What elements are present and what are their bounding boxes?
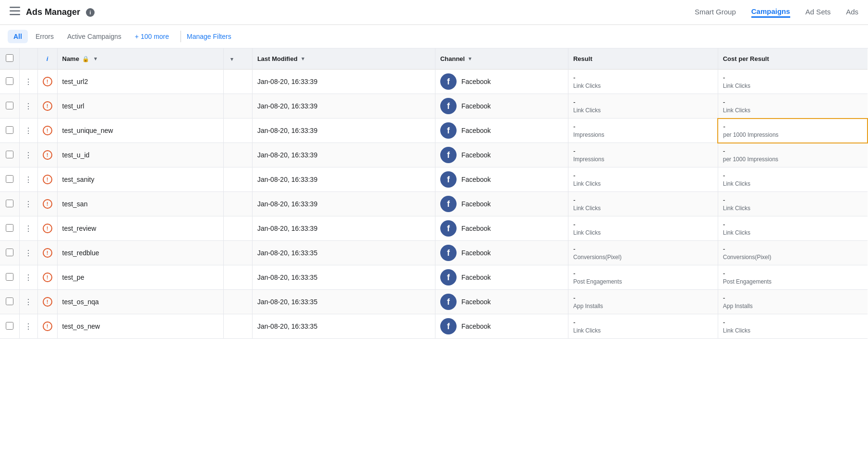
row-modified: Jan-08-20, 16:33:39 xyxy=(257,151,317,159)
row-checkbox[interactable] xyxy=(6,77,13,85)
facebook-icon: f xyxy=(440,122,457,139)
row-modified: Jan-08-20, 16:33:39 xyxy=(257,176,317,183)
row-name: test_redblue xyxy=(62,249,99,257)
row-info-icon[interactable]: ! xyxy=(43,199,52,209)
row-checkbox[interactable] xyxy=(6,297,13,305)
row-result-sub: Impressions xyxy=(573,156,713,163)
row-col5-cell xyxy=(223,241,252,265)
menu-icon[interactable] xyxy=(10,7,20,18)
row-dots-menu[interactable]: ⋮ xyxy=(24,322,33,331)
filter-errors-button[interactable]: Errors xyxy=(30,30,60,43)
row-cost-main: - xyxy=(723,98,863,106)
row-dots-cell: ⋮ xyxy=(19,314,37,339)
row-checkbox[interactable] xyxy=(6,126,13,134)
row-cost-sub: Link Clicks xyxy=(723,83,863,89)
row-col5-cell xyxy=(223,216,252,241)
nav-ad-sets[interactable]: Ad Sets xyxy=(806,8,831,17)
row-dots-cell: ⋮ xyxy=(19,143,37,167)
row-checkbox[interactable] xyxy=(6,224,13,232)
row-dots-menu[interactable]: ⋮ xyxy=(24,249,33,257)
row-result-main: - xyxy=(573,172,713,179)
row-dots-menu[interactable]: ⋮ xyxy=(24,151,33,159)
row-name-cell: test_os_nqa xyxy=(57,290,223,314)
row-info-icon[interactable]: ! xyxy=(43,224,52,233)
filter-more-button[interactable]: + 100 more xyxy=(129,30,175,43)
row-checkbox[interactable] xyxy=(6,273,13,281)
facebook-icon: f xyxy=(440,269,457,285)
row-checkbox[interactable] xyxy=(6,151,13,158)
svg-rect-2 xyxy=(10,14,20,15)
row-name: test_os_nqa xyxy=(62,298,99,306)
name-sort-arrow[interactable]: ▾ xyxy=(94,56,97,62)
row-checkbox[interactable] xyxy=(6,175,13,183)
row-cost-cell: - App Installs xyxy=(718,290,868,314)
modified-sort-arrow[interactable]: ▾ xyxy=(301,56,304,62)
info-badge[interactable]: i xyxy=(86,8,95,17)
row-channel: Facebook xyxy=(461,78,491,85)
row-info-icon[interactable]: ! xyxy=(43,101,52,111)
row-info-icon[interactable]: ! xyxy=(43,150,52,160)
row-channel: Facebook xyxy=(461,176,491,183)
row-name: test_os_new xyxy=(62,322,100,330)
row-cost-sub: Conversions(Pixel) xyxy=(723,254,863,261)
row-info-cell: ! xyxy=(37,192,57,216)
row-col5-cell xyxy=(223,94,252,119)
row-dots-menu[interactable]: ⋮ xyxy=(24,298,33,306)
row-dots-menu[interactable]: ⋮ xyxy=(24,102,33,110)
manage-filters-button[interactable]: Manage Filters xyxy=(187,33,231,40)
row-channel-cell: f Facebook xyxy=(435,265,568,290)
header-left: Ads Manager i xyxy=(10,7,695,18)
row-info-icon[interactable]: ! xyxy=(43,77,52,86)
row-dots-menu[interactable]: ⋮ xyxy=(24,78,33,86)
nav-smart-group[interactable]: Smart Group xyxy=(695,8,736,17)
row-dots-cell: ⋮ xyxy=(19,94,37,119)
col5-sort-arrow[interactable]: ▾ xyxy=(230,56,233,62)
row-cost-cell: - Post Engagements xyxy=(718,265,868,290)
channel-sort-arrow[interactable]: ▾ xyxy=(469,56,471,62)
row-dots-menu[interactable]: ⋮ xyxy=(24,200,33,208)
row-dots-cell: ⋮ xyxy=(19,290,37,314)
nav-campaigns[interactable]: Campaigns xyxy=(751,7,790,18)
row-dots-cell: ⋮ xyxy=(19,265,37,290)
row-info-icon[interactable]: ! xyxy=(43,297,52,307)
row-result-sub: Link Clicks xyxy=(573,327,713,334)
row-modified: Jan-08-20, 16:33:39 xyxy=(257,127,317,134)
row-checkbox-cell xyxy=(0,94,19,119)
row-info-icon[interactable]: ! xyxy=(43,248,52,258)
row-modified: Jan-08-20, 16:33:35 xyxy=(257,249,317,257)
row-channel: Facebook xyxy=(461,151,491,159)
row-channel: Facebook xyxy=(461,322,491,330)
row-result-main: - xyxy=(573,294,713,302)
row-result-cell: - Impressions xyxy=(568,119,718,143)
row-info-icon[interactable]: ! xyxy=(43,126,52,135)
row-name-cell: test_url xyxy=(57,94,223,119)
nav-ads[interactable]: Ads xyxy=(846,8,858,17)
row-dots-menu[interactable]: ⋮ xyxy=(24,176,33,184)
info-icon: i xyxy=(47,55,48,62)
row-checkbox[interactable] xyxy=(6,200,13,207)
row-checkbox[interactable] xyxy=(6,249,13,256)
row-checkbox[interactable] xyxy=(6,102,13,109)
table-wrapper: i Name 🔒 ▾ ▾ Last Modified ▾ xyxy=(0,48,868,339)
row-channel: Facebook xyxy=(461,249,491,257)
row-info-icon[interactable]: ! xyxy=(43,273,52,282)
row-modified-cell: Jan-08-20, 16:33:39 xyxy=(252,192,435,216)
filter-all-button[interactable]: All xyxy=(8,30,28,43)
filter-active-campaigns-button[interactable]: Active Campaigns xyxy=(61,30,127,43)
row-dots-menu[interactable]: ⋮ xyxy=(24,274,33,282)
row-name: test_url xyxy=(62,102,84,110)
facebook-icon: f xyxy=(440,245,457,261)
select-all-checkbox[interactable] xyxy=(6,54,13,62)
row-col5-cell xyxy=(223,265,252,290)
row-info-icon[interactable]: ! xyxy=(43,175,52,184)
row-checkbox[interactable] xyxy=(6,322,13,330)
row-info-icon[interactable]: ! xyxy=(43,321,52,331)
row-dots-menu[interactable]: ⋮ xyxy=(24,225,33,233)
table-header: i Name 🔒 ▾ ▾ Last Modified ▾ xyxy=(0,48,868,70)
row-info-cell: ! xyxy=(37,290,57,314)
th-col5: ▾ xyxy=(223,48,252,70)
table-row: ⋮ ! test_san Jan-08-20, 16:33:39 f xyxy=(0,192,868,216)
row-checkbox-cell xyxy=(0,216,19,241)
row-dots-menu[interactable]: ⋮ xyxy=(24,127,33,135)
row-info-cell: ! xyxy=(37,94,57,119)
